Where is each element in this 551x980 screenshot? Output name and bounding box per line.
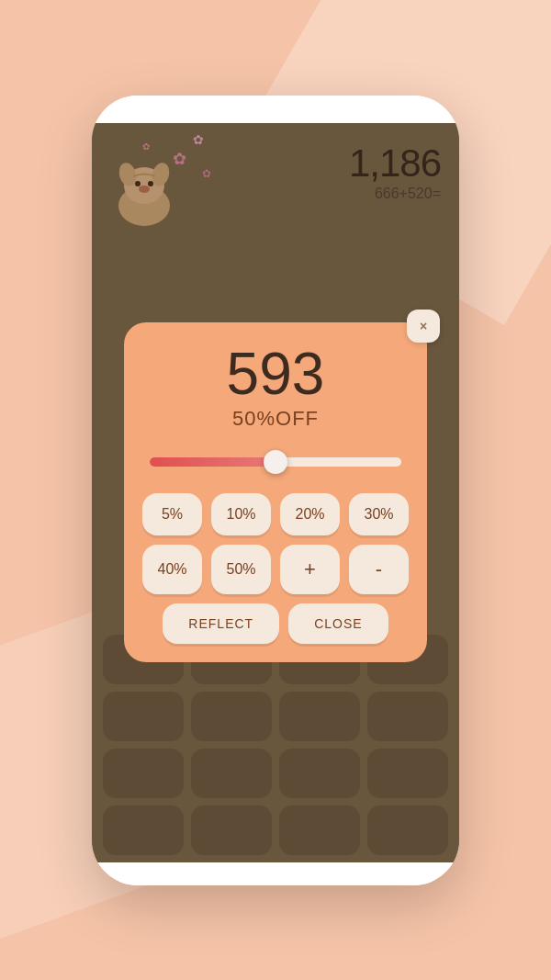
btn-20-percent[interactable]: 20% [280, 493, 340, 535]
modal-result-number: 593 [142, 344, 409, 403]
slider-thumb[interactable] [264, 450, 287, 474]
action-row: REFLECT CLOSE [142, 603, 409, 644]
btn-minus[interactable]: - [349, 545, 409, 594]
slider-track [150, 457, 401, 467]
discount-slider[interactable] [150, 449, 401, 475]
modal-overlay: × 593 50%OFF 5% 10% 20% 30% [92, 123, 459, 862]
modal-discount-label: 50%OFF [142, 407, 409, 431]
close-button[interactable]: CLOSE [288, 603, 388, 644]
btn-5-percent[interactable]: 5% [142, 493, 202, 535]
app-screen: 1,186 666+520= ✿ ✿ ✿ ✿ [92, 123, 459, 862]
btn-plus[interactable]: + [280, 545, 340, 594]
btn-10-percent[interactable]: 10% [211, 493, 271, 535]
modal-close-x-button[interactable]: × [407, 310, 440, 343]
slider-fill [150, 457, 276, 467]
reflect-button[interactable]: REFLECT [163, 603, 279, 644]
modal-panel: × 593 50%OFF 5% 10% 20% 30% [124, 322, 427, 662]
btn-40-percent[interactable]: 40% [142, 545, 202, 594]
phone-bottom-bar [92, 862, 459, 885]
percent-grid: 5% 10% 20% 30% 40% 50% + - [142, 493, 409, 594]
phone-top-bar [92, 96, 459, 123]
phone-frame: 1,186 666+520= ✿ ✿ ✿ ✿ [92, 96, 459, 885]
btn-50-percent[interactable]: 50% [211, 545, 271, 594]
btn-30-percent[interactable]: 30% [349, 493, 409, 535]
